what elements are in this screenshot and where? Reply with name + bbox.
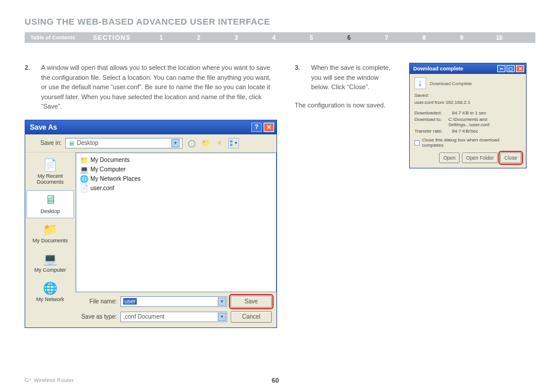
- file-list[interactable]: 📁My Documents 💻My Computer 🌐My Network P…: [76, 153, 276, 292]
- list-item[interactable]: 📁My Documents: [80, 156, 272, 165]
- section-8[interactable]: 8: [405, 35, 443, 41]
- place-recent-label: My Recent Documents: [27, 173, 73, 185]
- saved-label: Saved:: [414, 93, 521, 98]
- dlc-titlebar: Download complete ━ ▢ ✕: [410, 63, 526, 74]
- network-icon: 🌐: [42, 281, 59, 295]
- save-in-value: Desktop: [77, 140, 99, 146]
- v: 84.7 KB in 1 sec: [452, 110, 486, 116]
- chevron-down-icon: ▾: [171, 139, 180, 147]
- close-when-done-checkbox[interactable]: Close this dialog box when download comp…: [414, 137, 521, 148]
- back-icon[interactable]: ◯: [186, 138, 197, 148]
- file-label: My Documents: [90, 157, 130, 163]
- place-desktop-label: Desktop: [27, 208, 73, 214]
- close-button-highlight[interactable]: Close: [500, 153, 521, 163]
- checkbox-label: Close this dialog box when download comp…: [422, 137, 521, 148]
- step-3: 3. When the save is complete, you will s…: [295, 63, 397, 92]
- section-1[interactable]: 1: [142, 35, 180, 41]
- step-2-number: 2.: [25, 63, 41, 111]
- place-desktop[interactable]: 🖥 Desktop: [26, 190, 74, 218]
- minimize-button[interactable]: ━: [497, 65, 505, 72]
- save-as-titlebar: Save As ? ✕: [25, 120, 276, 134]
- step-2: 2. A window will open that allows you to…: [25, 63, 277, 111]
- download-icon: ⭳: [414, 77, 426, 89]
- page-number: 60: [74, 377, 477, 384]
- row-downloaded: Downloaded:84.7 KB in 1 sec: [414, 110, 521, 116]
- download-complete-dialog: Download complete ━ ▢ ✕ ⭳ Download Compl…: [409, 63, 527, 168]
- v: 84.7 KB/Sec: [452, 129, 478, 134]
- saveastype-select[interactable]: .conf Document ▾: [120, 312, 227, 322]
- k: Download to:: [414, 117, 446, 127]
- maximize-button[interactable]: ▢: [507, 65, 515, 72]
- section-7[interactable]: 7: [367, 35, 405, 41]
- save-button[interactable]: Save: [231, 296, 272, 307]
- section-nav: Table of Contents SECTIONS 1 2 3 4 5 6 7…: [25, 32, 535, 43]
- section-9[interactable]: 9: [443, 35, 480, 41]
- file-icon: 📄: [80, 184, 88, 192]
- section-10[interactable]: 10: [480, 35, 518, 41]
- toc-link[interactable]: Table of Contents: [31, 35, 75, 40]
- section-5[interactable]: 5: [292, 35, 330, 41]
- up-folder-icon[interactable]: 📁: [200, 138, 211, 148]
- place-mynetwork[interactable]: 🌐 My Network: [26, 278, 74, 306]
- dlc-header: Download Complete: [430, 81, 472, 86]
- k: Transfer rate:: [414, 129, 450, 134]
- desktop-place-icon: 🖥: [42, 193, 59, 207]
- list-item[interactable]: 🌐My Network Places: [80, 174, 272, 184]
- open-folder-button[interactable]: Open Folder: [462, 153, 498, 163]
- step-2-text: A window will open that allows you to se…: [41, 63, 277, 111]
- list-item[interactable]: 💻My Computer: [80, 165, 272, 174]
- save-as-title: Save As: [30, 123, 249, 131]
- close-button[interactable]: ✕: [264, 123, 274, 132]
- saveastype-value: .conf Document: [123, 313, 164, 320]
- place-recent[interactable]: 📄 My Recent Documents: [26, 155, 74, 189]
- open-button[interactable]: Open: [439, 153, 460, 163]
- file-label: My Computer: [90, 166, 126, 173]
- help-button[interactable]: ?: [251, 123, 262, 132]
- chevron-down-icon: ▾: [218, 298, 226, 306]
- place-mynetwork-label: My Network: [27, 296, 73, 302]
- desktop-icon: 🖥: [68, 140, 75, 147]
- places-bar: 📄 My Recent Documents 🖥 Desktop 📁 My Doc…: [25, 153, 76, 292]
- save-as-toolbar: Save in: 🖥 Desktop ▾ ◯ 📁 ✴ ▾: [25, 134, 276, 153]
- network-icon: 🌐: [80, 175, 88, 183]
- folder-icon: 📁: [80, 156, 88, 164]
- filename-input[interactable]: user ▾: [120, 296, 227, 307]
- sections-label: SECTIONS: [93, 34, 130, 41]
- config-saved-note: The configuration is now saved.: [295, 100, 397, 110]
- views-icon[interactable]: ▾: [228, 138, 239, 148]
- section-4[interactable]: 4: [255, 35, 292, 41]
- computer-icon: 💻: [80, 165, 88, 174]
- recent-icon: 📄: [42, 158, 59, 172]
- saved-value: user.conf from 192.168.2.1: [414, 100, 521, 105]
- new-folder-icon[interactable]: ✴: [214, 138, 225, 148]
- product-name: G⁺ Wireless Router: [25, 377, 74, 383]
- v: C:\Documents and Settings...\user.conf: [448, 117, 521, 127]
- file-label: My Network Places: [90, 175, 141, 182]
- dlc-title: Download complete: [413, 66, 496, 72]
- folder-icon: 📁: [42, 222, 59, 236]
- row-downloadto: Download to:C:\Documents and Settings...…: [414, 117, 521, 127]
- section-6[interactable]: 6: [330, 35, 367, 41]
- save-in-select[interactable]: 🖥 Desktop ▾: [65, 138, 183, 148]
- section-3[interactable]: 3: [217, 35, 255, 41]
- close-button[interactable]: ✕: [516, 65, 524, 72]
- page-heading: USING THE WEB-BASED ADVANCED USER INTERF…: [25, 16, 535, 26]
- saveastype-label: Save as type:: [79, 313, 117, 320]
- step-3-text: When the save is complete, you will see …: [311, 63, 397, 92]
- filename-label: File name:: [79, 298, 117, 305]
- row-transferrate: Transfer rate:84.7 KB/Sec: [414, 129, 521, 134]
- place-mydocs[interactable]: 📁 My Documents: [26, 219, 74, 248]
- save-in-label: Save in:: [30, 140, 62, 146]
- filename-value: user: [123, 298, 137, 305]
- k: Downloaded:: [414, 110, 450, 116]
- place-mycomputer[interactable]: 💻 My Computer: [26, 249, 74, 277]
- save-as-dialog: Save As ? ✕ Save in: 🖥 Desktop ▾ ◯ 📁 ✴ ▾: [25, 120, 277, 328]
- step-3-number: 3.: [295, 63, 311, 92]
- section-2[interactable]: 2: [180, 35, 217, 41]
- cancel-button[interactable]: Cancel: [231, 311, 272, 323]
- place-mycomputer-label: My Computer: [27, 267, 73, 273]
- checkbox-box: [414, 140, 420, 146]
- place-mydocs-label: My Documents: [27, 238, 73, 244]
- chevron-down-icon: ▾: [218, 313, 226, 321]
- list-item[interactable]: 📄user.conf: [80, 184, 272, 193]
